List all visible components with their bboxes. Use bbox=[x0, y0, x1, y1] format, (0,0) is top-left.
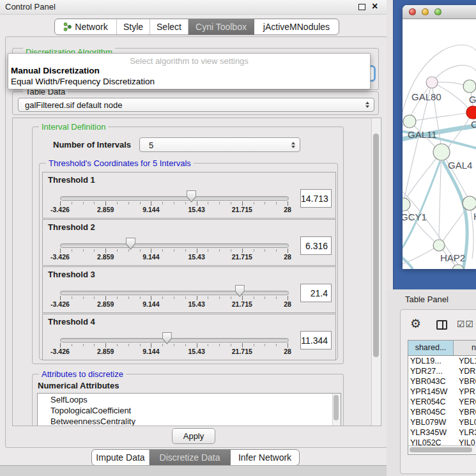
node-label-gal4: GAL4 bbox=[448, 160, 472, 171]
table-row[interactable]: YDR27...YDR2 bbox=[408, 366, 476, 376]
num-intervals-spinner[interactable]: 5 bbox=[139, 137, 300, 152]
cell-name: YER0 bbox=[459, 397, 476, 407]
slider-tick bbox=[128, 249, 129, 252]
slider-tick bbox=[128, 202, 129, 204]
network-node[interactable] bbox=[452, 265, 464, 269]
slider-tick bbox=[151, 201, 151, 206]
slider-scale-label: 9.144 bbox=[142, 348, 159, 355]
network-node-gal4[interactable] bbox=[433, 144, 450, 160]
tab-impute-data[interactable]: Impute Data bbox=[92, 450, 150, 465]
minimize-window-icon[interactable] bbox=[422, 8, 429, 15]
slider-tick bbox=[117, 344, 118, 346]
attributes-scrollbar[interactable] bbox=[332, 394, 341, 426]
slider-scale-label: -3.426 bbox=[50, 253, 70, 261]
slider-tick bbox=[185, 296, 186, 299]
settings-scrollbar-thumb[interactable] bbox=[373, 134, 379, 357]
settings-vertical-scrollbar[interactable] bbox=[371, 118, 381, 426]
attribute-item-selfloops[interactable]: SelfLoops bbox=[50, 394, 88, 405]
threshold-panel-4: Threshold 4-3.4262.8599.14415.4321.71528… bbox=[42, 314, 336, 360]
tab-jactivemnodules[interactable]: jActiveMNodules bbox=[254, 19, 339, 35]
settings-gear-icon[interactable]: ⚙ bbox=[410, 317, 421, 331]
network-node-hap2[interactable] bbox=[433, 240, 445, 251]
tab-label: Discretize Data bbox=[160, 452, 220, 463]
network-window-titlebar[interactable] bbox=[403, 5, 476, 19]
table-row[interactable]: YBR045CYBR0 bbox=[408, 407, 476, 417]
slider-tick bbox=[151, 249, 151, 253]
network-node-g[interactable] bbox=[463, 80, 476, 93]
network-node-c[interactable] bbox=[466, 106, 476, 119]
threshold-value-field[interactable]: 21.4 bbox=[300, 284, 332, 302]
close-icon[interactable]: × bbox=[372, 0, 378, 13]
attributes-scrollbar-thumb[interactable] bbox=[334, 395, 339, 420]
show-columns-icon[interactable] bbox=[436, 320, 447, 330]
cell-name: YBL0 bbox=[459, 417, 476, 427]
network-node-gal11[interactable] bbox=[403, 115, 416, 128]
zoom-window-icon[interactable] bbox=[434, 8, 441, 15]
network-node-h[interactable] bbox=[463, 196, 476, 210]
tab-cyni-toolbox[interactable]: Cyni Toolbox bbox=[188, 19, 254, 35]
table-header-row: shared...na bbox=[408, 341, 476, 356]
table-data-combo[interactable]: galFiltered.sif default node bbox=[18, 98, 374, 112]
table-row[interactable]: YBL079WYBL0 bbox=[408, 417, 476, 427]
network-node-gal80[interactable] bbox=[426, 77, 438, 88]
table-row[interactable]: YER054CYER0 bbox=[408, 397, 476, 407]
threshold-value-field[interactable]: 6.316 bbox=[300, 236, 332, 255]
slider-tick bbox=[72, 344, 72, 346]
top-tab-bar: NetworkStyleSelectCyni ToolboxjActiveMNo… bbox=[54, 19, 339, 35]
apply-button[interactable]: Apply bbox=[172, 428, 215, 444]
slider-scale-label: 28 bbox=[284, 300, 291, 308]
slider-track[interactable] bbox=[60, 243, 289, 248]
tab-select[interactable]: Select bbox=[150, 19, 188, 35]
threshold-value-field[interactable]: 14.713 bbox=[300, 189, 332, 208]
table-row[interactable]: YIL052CYIL0 bbox=[408, 438, 476, 445]
threshold-value-field[interactable]: 11.344 bbox=[300, 331, 332, 349]
slider-tick bbox=[288, 201, 288, 206]
table-row[interactable]: YDL19...YDL1 bbox=[408, 356, 476, 366]
slider-tick bbox=[231, 344, 231, 346]
slider-track[interactable] bbox=[60, 291, 289, 295]
algorithm-option-equal-width-frequency-discretization[interactable]: Equal Width/Frequency Discretization bbox=[11, 77, 155, 86]
slider-tick bbox=[94, 296, 95, 299]
table-data-group: Table Data galFiltered.sif default node bbox=[12, 91, 379, 115]
slider-scale-label: 15.43 bbox=[188, 348, 204, 355]
close-window-icon[interactable] bbox=[409, 8, 416, 15]
table-row[interactable]: YPR145WYPR1 bbox=[408, 387, 476, 397]
slider-tick bbox=[197, 201, 197, 206]
select-all-checks-icon[interactable]: ☑☑ bbox=[457, 319, 474, 329]
cell-name: YBR0 bbox=[459, 376, 476, 387]
cell-shared-name: YBR045C bbox=[410, 407, 452, 417]
slider-tick bbox=[242, 343, 243, 348]
table-row[interactable]: YBR043CYBR0 bbox=[408, 376, 476, 387]
table-scrollbar-thumb[interactable] bbox=[410, 447, 472, 452]
tab-infer-network[interactable]: Infer Network bbox=[231, 450, 299, 465]
network-window[interactable]: GAL80GCGAL11GAL4GCY1HHAP2 bbox=[403, 5, 476, 269]
network-node-gcy1[interactable] bbox=[403, 198, 410, 211]
threshold-label: Threshold 3 bbox=[48, 270, 95, 279]
slider-track[interactable] bbox=[60, 338, 289, 342]
slider-thumb[interactable] bbox=[235, 285, 245, 297]
slider-tick bbox=[128, 344, 129, 346]
attribute-item-betweennesscentrality[interactable]: BetweennessCentrality bbox=[50, 416, 135, 426]
table-row[interactable]: YLR345WYLR3 bbox=[408, 427, 476, 438]
slider-thumb[interactable] bbox=[187, 190, 196, 203]
algorithm-option-manual-discretization[interactable]: Manual Discretization bbox=[11, 66, 100, 75]
cell-shared-name: YER054C bbox=[410, 397, 452, 407]
slider-tick bbox=[140, 202, 141, 204]
tab-network[interactable]: Network bbox=[55, 19, 117, 35]
slider-thumb[interactable] bbox=[126, 238, 135, 250]
table-panel-title: Table Panel bbox=[405, 295, 449, 304]
attribute-item-topologicalcoefficient[interactable]: TopologicalCoefficient bbox=[50, 405, 131, 416]
slider-tick bbox=[140, 249, 141, 252]
cell-name: YLR3 bbox=[459, 427, 476, 438]
float-window-icon[interactable] bbox=[358, 4, 365, 10]
tab-discretize-data[interactable]: Discretize Data bbox=[150, 450, 231, 465]
slider-scale-label: -3.426 bbox=[50, 300, 70, 308]
column-header-1[interactable]: shared... bbox=[408, 341, 454, 355]
slider-tick bbox=[185, 202, 186, 204]
table-horizontal-scrollbar[interactable] bbox=[408, 445, 476, 454]
tab-style[interactable]: Style bbox=[117, 19, 150, 35]
slider-track[interactable] bbox=[60, 196, 289, 201]
slider-thumb[interactable] bbox=[162, 332, 172, 344]
column-header-2[interactable]: na bbox=[454, 341, 476, 355]
network-canvas[interactable]: GAL80GCGAL11GAL4GCY1HHAP2 bbox=[403, 19, 476, 269]
